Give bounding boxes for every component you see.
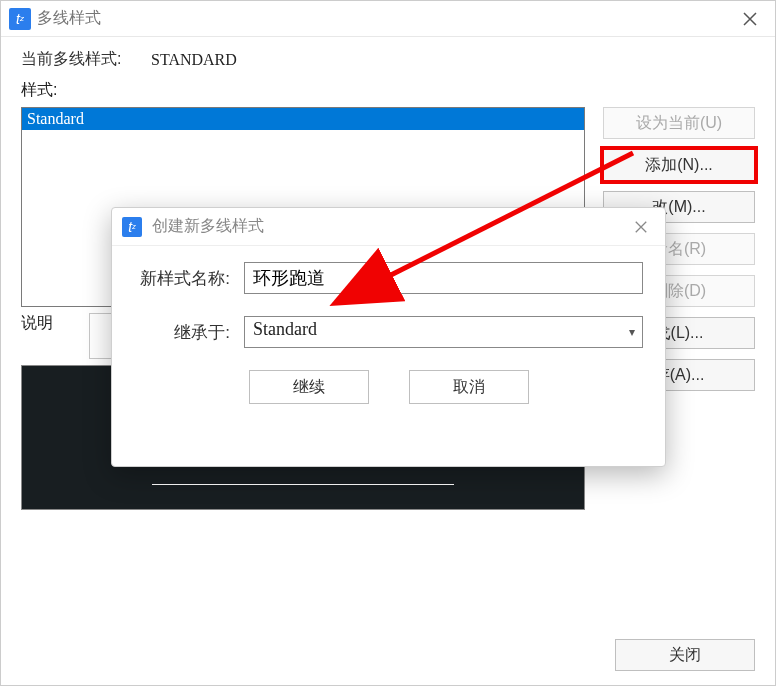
close-icon — [742, 11, 758, 27]
description-label: 说明 — [21, 313, 77, 334]
name-label: 新样式名称: — [134, 267, 244, 290]
footer: 关闭 — [615, 639, 755, 671]
app-icon: tz — [122, 217, 142, 237]
create-style-dialog: tz 创建新多线样式 新样式名称: 继承于: Standard ▾ 继续 取消 — [111, 207, 666, 467]
set-current-button[interactable]: 设为当前(U) — [603, 107, 755, 139]
current-style-label: 当前多线样式: — [21, 49, 151, 70]
inherit-select[interactable]: Standard — [244, 316, 643, 348]
sub-close-button[interactable] — [627, 213, 655, 241]
name-input[interactable] — [244, 262, 643, 294]
cancel-button[interactable]: 取消 — [409, 370, 529, 404]
app-icon: tz — [9, 8, 31, 30]
main-titlebar: tz 多线样式 — [1, 1, 775, 37]
close-button[interactable]: 关闭 — [615, 639, 755, 671]
continue-button[interactable]: 继续 — [249, 370, 369, 404]
current-style-value: STANDARD — [151, 51, 237, 69]
list-item[interactable]: Standard — [22, 108, 584, 130]
sub-title: 创建新多线样式 — [152, 216, 264, 237]
close-icon — [634, 220, 648, 234]
main-close-button[interactable] — [733, 5, 767, 33]
sub-titlebar: tz 创建新多线样式 — [112, 208, 665, 246]
inherit-select-value: Standard — [253, 319, 317, 339]
styles-heading: 样式: — [21, 80, 755, 101]
main-title: 多线样式 — [37, 8, 101, 29]
preview-line — [152, 484, 454, 485]
add-button[interactable]: 添加(N)... — [603, 149, 755, 181]
inherit-label: 继承于: — [134, 321, 244, 344]
